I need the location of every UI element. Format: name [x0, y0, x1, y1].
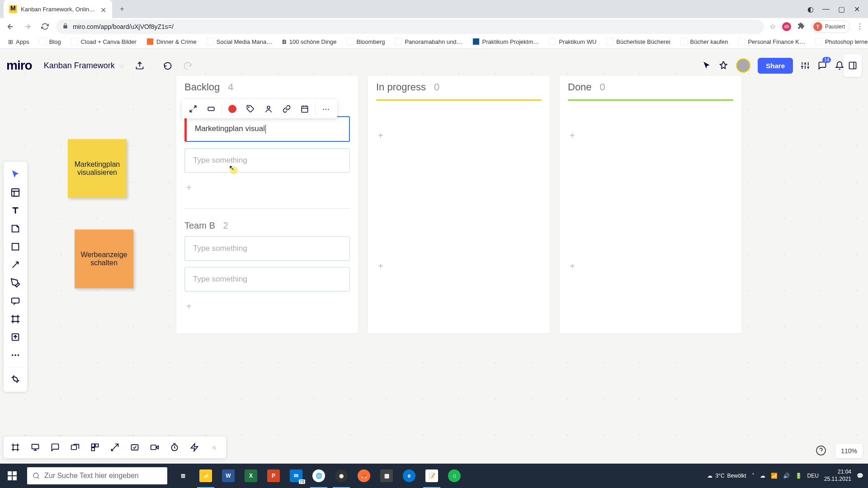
- miro-logo[interactable]: miro: [6, 58, 32, 73]
- apps-shortcut[interactable]: ⊞Apps: [5, 37, 33, 47]
- bookmark-item[interactable]: Photoshop lernen: [811, 36, 868, 47]
- bookmark-item[interactable]: B100 schöne Dinge: [278, 37, 340, 47]
- card-tag-icon[interactable]: [243, 101, 258, 117]
- bookmark-item[interactable]: Praktikum WU: [545, 36, 600, 47]
- cursor-mode-icon[interactable]: [702, 61, 712, 70]
- select-tool[interactable]: [4, 165, 27, 183]
- line-tool[interactable]: [4, 256, 27, 274]
- expand-card-icon[interactable]: [185, 101, 201, 117]
- tray-expand-icon[interactable]: ˄: [752, 473, 755, 479]
- word-icon[interactable]: W: [217, 464, 240, 488]
- presence-avatar[interactable]: [736, 58, 750, 73]
- undo-icon[interactable]: [163, 61, 173, 70]
- zoom-level[interactable]: 110%: [835, 444, 863, 458]
- chat-icon[interactable]: [87, 439, 103, 455]
- pen-tool[interactable]: [4, 274, 27, 292]
- obs-icon[interactable]: ◉: [330, 464, 353, 488]
- help-icon[interactable]: [816, 445, 827, 457]
- sync-off-icon[interactable]: ◐: [807, 6, 814, 12]
- powerpoint-icon[interactable]: P: [262, 464, 285, 488]
- spotify-icon[interactable]: ♫: [443, 464, 466, 488]
- bookmark-item[interactable]: Panoramabahn und…: [391, 36, 466, 47]
- notepad-icon[interactable]: 📝: [420, 464, 443, 488]
- comments-panel-icon[interactable]: [47, 439, 63, 455]
- battery-icon[interactable]: 🔋: [795, 473, 802, 479]
- onedrive-icon[interactable]: ☁: [760, 473, 765, 479]
- task-view-icon[interactable]: ⊞: [172, 464, 194, 488]
- notifications-icon[interactable]: 💬: [857, 473, 863, 479]
- card-assignee-icon[interactable]: [261, 101, 276, 117]
- card-color-icon[interactable]: [225, 101, 240, 117]
- bookmark-item[interactable]: Bloomberg: [343, 36, 389, 47]
- bookmark-star-icon[interactable]: ☆: [769, 22, 776, 31]
- bookmark-item[interactable]: Personal Finance K…: [734, 36, 808, 47]
- bookmark-item[interactable]: Social Media Mana…: [203, 36, 276, 47]
- extensions-icon[interactable]: [797, 22, 805, 31]
- explorer-icon[interactable]: 📁: [194, 464, 217, 488]
- bookmark-item[interactable]: Bücherliste Bücherei: [603, 36, 674, 47]
- app-icon[interactable]: ▦: [375, 464, 398, 488]
- activity-icon[interactable]: [186, 439, 203, 455]
- card-date-icon[interactable]: [297, 101, 312, 117]
- mail-icon[interactable]: ✉73: [285, 464, 307, 488]
- text-tool[interactable]: [4, 202, 27, 220]
- excel-icon[interactable]: X: [240, 464, 262, 488]
- timer-icon[interactable]: [166, 439, 183, 455]
- edge-icon[interactable]: e: [398, 464, 420, 488]
- board-title[interactable]: Kanban Framework: [44, 61, 115, 70]
- templates-tool[interactable]: [4, 183, 27, 202]
- sticky-note-yellow[interactable]: Marketingplan visualisieren: [68, 139, 127, 198]
- start-button[interactable]: [0, 464, 24, 488]
- profile-button[interactable]: T Pausiert: [811, 20, 850, 33]
- star-board-icon[interactable]: ☆: [118, 61, 125, 70]
- bell-icon[interactable]: [835, 61, 844, 70]
- back-button[interactable]: [5, 21, 16, 33]
- more-tools-icon[interactable]: [4, 346, 27, 364]
- new-tab-button[interactable]: +: [116, 3, 128, 15]
- share-button[interactable]: Share: [758, 58, 793, 74]
- extension-icon[interactable]: ab: [782, 22, 791, 31]
- firefox-icon[interactable]: 🦊: [353, 464, 375, 488]
- bookmark-item[interactable]: Cload + Canva Bilder: [67, 36, 140, 47]
- weather-widget[interactable]: ☁ 3°C Bewölkt: [707, 473, 746, 479]
- cards-icon[interactable]: [67, 439, 83, 455]
- card-link-icon[interactable]: [279, 101, 294, 117]
- panel-toggle-icon[interactable]: [844, 54, 862, 77]
- browser-tab[interactable]: Kanban Framework, Online Whi… ✕: [4, 0, 112, 18]
- frames-panel-icon[interactable]: [7, 439, 24, 455]
- bookmark-item[interactable]: Blog: [36, 36, 65, 47]
- upload-tool[interactable]: [4, 328, 27, 346]
- card-more-icon[interactable]: ⋯: [318, 101, 334, 117]
- canvas[interactable]: Marketingplan visualisieren Werbeanzeige…: [0, 49, 868, 464]
- taskbar-search[interactable]: Zur Suche Text hier eingeben: [27, 467, 167, 484]
- chrome-icon[interactable]: 🌐: [307, 464, 330, 488]
- language-indicator[interactable]: DEU: [807, 473, 819, 479]
- maximize-icon[interactable]: ▢: [838, 6, 844, 12]
- presentation-icon[interactable]: [27, 439, 43, 455]
- bookmark-item[interactable]: Dinner & Crime: [143, 36, 200, 47]
- reload-button[interactable]: [39, 21, 51, 33]
- kebab-menu-icon[interactable]: ⋮: [856, 22, 863, 31]
- omnibox[interactable]: miro.com/app/board/uXjVOf8yZ1s=/: [56, 19, 764, 34]
- screenshare-icon[interactable]: [107, 439, 123, 455]
- export-icon[interactable]: [135, 61, 145, 70]
- clock[interactable]: 21:04 25.11.2021: [824, 469, 851, 483]
- voting-icon[interactable]: [127, 439, 143, 455]
- minimize-icon[interactable]: —: [823, 6, 829, 12]
- reactions-icon[interactable]: [719, 61, 729, 70]
- bookmark-item[interactable]: Bücher kaufen: [677, 36, 732, 47]
- volume-icon[interactable]: 🔊: [783, 473, 790, 479]
- close-tab-icon[interactable]: ✕: [100, 6, 107, 12]
- comment-tool[interactable]: [4, 292, 27, 310]
- close-window-icon[interactable]: ✕: [854, 6, 860, 12]
- bookmark-item[interactable]: Praktikum Projektm…: [469, 36, 543, 47]
- video-icon[interactable]: [146, 439, 163, 455]
- settings-icon[interactable]: [800, 61, 810, 70]
- collapse-toolbar-icon[interactable]: «: [206, 439, 222, 455]
- comments-icon[interactable]: 14: [817, 61, 827, 70]
- wifi-icon[interactable]: 📶: [771, 473, 778, 479]
- sticky-tool[interactable]: [4, 220, 27, 238]
- apps-tool[interactable]: [4, 370, 27, 388]
- card-type-icon[interactable]: [203, 101, 219, 117]
- sticky-note-orange[interactable]: Werbeanzeige schalten: [75, 230, 133, 288]
